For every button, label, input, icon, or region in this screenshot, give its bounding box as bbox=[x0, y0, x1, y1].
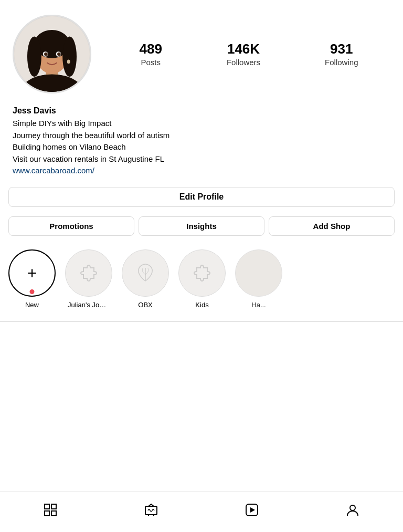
svg-rect-15 bbox=[51, 504, 56, 509]
stat-followers[interactable]: 146K Followers bbox=[227, 42, 260, 67]
plus-icon: + bbox=[27, 265, 37, 281]
following-count: 931 bbox=[330, 42, 353, 56]
profile-icon bbox=[345, 503, 360, 517]
bio-line-2: Journey through the beautiful world of a… bbox=[13, 130, 390, 142]
svg-marker-20 bbox=[250, 507, 255, 513]
leaf-icon bbox=[132, 260, 158, 286]
highlight-julians-journey[interactable]: Julian's Jour... bbox=[65, 249, 112, 309]
bottom-nav bbox=[0, 492, 403, 532]
highlight-obx-label: OBX bbox=[138, 301, 152, 309]
posts-label: Posts bbox=[141, 58, 161, 67]
edit-profile-row: Edit Profile bbox=[0, 185, 403, 212]
bio-line-3: Building homes on Vilano Beach bbox=[13, 141, 390, 153]
tv-icon bbox=[144, 503, 158, 517]
highlight-new[interactable]: + New bbox=[8, 249, 56, 309]
stat-posts[interactable]: 489 Posts bbox=[140, 42, 162, 67]
svg-rect-14 bbox=[45, 504, 49, 509]
bio-line-4: Visit our vacation rentals in St Augusti… bbox=[13, 153, 390, 165]
avatar[interactable] bbox=[13, 15, 91, 93]
highlight-ha-label: Ha... bbox=[251, 301, 266, 309]
svg-rect-17 bbox=[51, 511, 56, 516]
stat-following[interactable]: 931 Following bbox=[325, 42, 358, 67]
svg-point-10 bbox=[57, 53, 61, 56]
nav-tv[interactable] bbox=[135, 498, 167, 521]
puzzle-icon-1 bbox=[76, 260, 102, 286]
profile-link[interactable]: www.carcabaroad.com/ bbox=[13, 166, 94, 175]
highlight-julians-label: Julian's Jour... bbox=[68, 301, 110, 309]
insights-button[interactable]: Insights bbox=[139, 216, 264, 236]
avatar-image bbox=[14, 15, 90, 93]
highlights-row: + New Julian's Jour... bbox=[0, 244, 403, 317]
stats-container: 489 Posts 146K Followers 931 Following bbox=[102, 42, 390, 67]
svg-rect-18 bbox=[145, 506, 157, 515]
profile-name: Jess Davis bbox=[13, 106, 390, 116]
julians-circle bbox=[65, 249, 112, 297]
nav-reels[interactable] bbox=[236, 498, 268, 521]
svg-rect-16 bbox=[45, 511, 49, 516]
highlight-new-label: New bbox=[25, 301, 39, 309]
highlight-ha[interactable]: Ha... bbox=[235, 249, 282, 309]
three-buttons-row: Promotions Insights Add Shop bbox=[0, 212, 403, 244]
svg-point-9 bbox=[44, 53, 48, 56]
highlight-kids-label: Kids bbox=[195, 301, 208, 309]
profile-header: 489 Posts 146K Followers 931 Following bbox=[0, 0, 403, 104]
profile-page: 489 Posts 146K Followers 931 Following J… bbox=[0, 0, 403, 532]
add-shop-button[interactable]: Add Shop bbox=[269, 216, 395, 236]
followers-label: Followers bbox=[227, 58, 260, 67]
highlight-obx[interactable]: OBX bbox=[122, 249, 169, 309]
avatar-container[interactable] bbox=[13, 15, 91, 93]
bio-line-1: Simple DIYs with Big Impact bbox=[13, 118, 390, 130]
bio-section: Jess Davis Simple DIYs with Big Impact J… bbox=[0, 104, 403, 185]
obx-circle bbox=[122, 249, 169, 297]
promotions-button[interactable]: Promotions bbox=[8, 216, 134, 236]
svg-point-5 bbox=[27, 36, 41, 77]
svg-point-6 bbox=[62, 36, 77, 77]
play-icon bbox=[245, 503, 259, 517]
puzzle-icon-2 bbox=[189, 260, 215, 286]
highlight-kids[interactable]: Kids bbox=[178, 249, 226, 309]
svg-point-11 bbox=[67, 60, 70, 64]
posts-count: 489 bbox=[140, 42, 162, 56]
grid-icon bbox=[43, 503, 58, 517]
ha-circle bbox=[235, 249, 282, 297]
followers-count: 146K bbox=[227, 42, 260, 56]
following-label: Following bbox=[325, 58, 358, 67]
content-spacer bbox=[0, 322, 403, 492]
edit-profile-button[interactable]: Edit Profile bbox=[8, 187, 395, 207]
new-dot bbox=[30, 289, 35, 294]
kids-circle bbox=[178, 249, 226, 297]
nav-grid[interactable] bbox=[35, 498, 66, 521]
nav-profile[interactable] bbox=[337, 498, 368, 521]
svg-point-21 bbox=[350, 505, 355, 510]
